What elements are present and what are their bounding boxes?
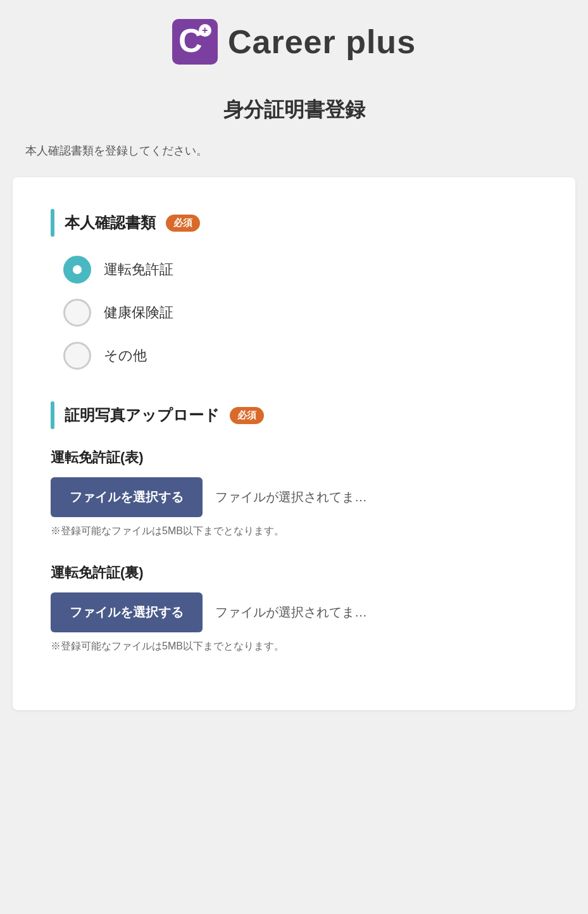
radio-item-driving-license[interactable]: 運転免許証 xyxy=(63,256,537,284)
page-description: 本人確認書類を登録してください。 xyxy=(0,137,588,171)
photo-upload-required-badge: 必須 xyxy=(230,407,264,424)
svg-text:C: C xyxy=(178,22,203,59)
page-title: 身分証明書登録 xyxy=(13,96,575,124)
radio-label-driving-license: 運転免許証 xyxy=(104,260,173,279)
form-card: 本人確認書類 必須 運転免許証 健康保険証 その他 証明写真アップロ xyxy=(13,177,575,710)
section-bar xyxy=(51,209,54,237)
upload-front-section: 運転免許証(表) ファイルを選択する ファイルが選択されてま… ※登録可能なファ… xyxy=(51,448,537,538)
photo-upload-heading: 証明写真アップロード 必須 xyxy=(51,401,537,429)
photo-upload-label: 証明写真アップロード xyxy=(65,405,220,425)
upload-front-label: 運転免許証(表) xyxy=(51,448,537,467)
upload-front-filename: ファイルが選択されてま… xyxy=(215,489,367,506)
description-text: 本人確認書類を登録してください。 xyxy=(25,143,563,158)
radio-label-other: その他 xyxy=(104,346,147,365)
identity-type-section: 本人確認書類 必須 運転免許証 健康保険証 その他 xyxy=(51,209,537,370)
svg-text:+: + xyxy=(202,25,208,35)
upload-back-filename: ファイルが選択されてま… xyxy=(215,604,367,621)
site-header: C + Career plus xyxy=(0,0,588,77)
identity-type-label: 本人確認書類 xyxy=(65,213,156,233)
radio-circle-other xyxy=(63,342,91,370)
upload-back-note: ※登録可能なファイルは5MB以下までとなります。 xyxy=(51,640,537,653)
radio-item-health-insurance[interactable]: 健康保険証 xyxy=(63,299,537,327)
identity-type-required-badge: 必須 xyxy=(166,215,200,232)
radio-circle-driving-license xyxy=(63,256,91,284)
section-bar-2 xyxy=(51,401,54,429)
radio-label-health-insurance: 健康保険証 xyxy=(104,303,173,322)
radio-item-other[interactable]: その他 xyxy=(63,342,537,370)
identity-type-radio-group: 運転免許証 健康保険証 その他 xyxy=(63,256,537,370)
photo-upload-section: 証明写真アップロード 必須 運転免許証(表) ファイルを選択する ファイルが選択… xyxy=(51,401,537,653)
upload-back-button[interactable]: ファイルを選択する xyxy=(51,592,203,632)
upload-front-row: ファイルを選択する ファイルが選択されてま… xyxy=(51,477,537,517)
upload-front-button[interactable]: ファイルを選択する xyxy=(51,477,203,517)
logo-text: Career plus xyxy=(228,23,416,61)
upload-back-row: ファイルを選択する ファイルが選択されてま… xyxy=(51,592,537,632)
upload-front-note: ※登録可能なファイルは5MB以下までとなります。 xyxy=(51,525,537,538)
page-title-section: 身分証明書登録 xyxy=(0,77,588,137)
logo-icon: C + xyxy=(172,19,218,65)
upload-back-label: 運転免許証(裏) xyxy=(51,563,537,582)
upload-back-section: 運転免許証(裏) ファイルを選択する ファイルが選択されてま… ※登録可能なファ… xyxy=(51,563,537,653)
radio-circle-health-insurance xyxy=(63,299,91,327)
identity-type-heading: 本人確認書類 必須 xyxy=(51,209,537,237)
